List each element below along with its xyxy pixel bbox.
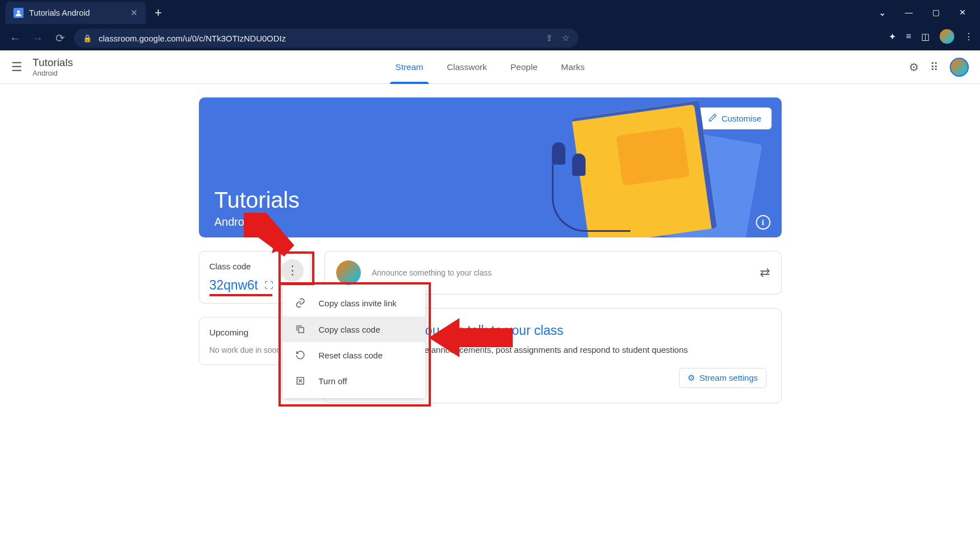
- reset-icon: [294, 350, 306, 360]
- banner-illustration: [541, 97, 742, 237]
- copy-icon: [294, 324, 306, 334]
- class-code-more-button[interactable]: ⋮: [281, 259, 304, 282]
- maximize-button[interactable]: ▢: [923, 3, 949, 21]
- reload-button[interactable]: ⟳: [52, 31, 68, 45]
- extensions-icon[interactable]: ✦: [889, 31, 896, 42]
- reading-list-icon[interactable]: ≡: [906, 31, 911, 41]
- class-banner: Customise Tutorials Android i: [199, 97, 782, 237]
- banner-subtitle: Android: [215, 216, 253, 228]
- link-icon: [294, 297, 306, 309]
- share-icon[interactable]: ⇪: [546, 33, 553, 43]
- banner-title: Tutorials: [215, 188, 300, 213]
- tab-bar: Tutorials Android ✕ +: [0, 0, 980, 26]
- nav-tabs: Stream Classwork People Marks: [396, 50, 585, 83]
- class-section: Android: [32, 69, 73, 77]
- tab-marks[interactable]: Marks: [561, 50, 584, 83]
- minimize-button[interactable]: —: [896, 3, 922, 21]
- reuse-post-icon[interactable]: ⇄: [760, 265, 770, 280]
- url-bar[interactable]: 🔒 classroom.google.com/u/0/c/NTk3OTIzNDU…: [74, 29, 578, 48]
- announce-avatar: [336, 260, 361, 285]
- address-row: ← → ⟳ 🔒 classroom.google.com/u/0/c/NTk3O…: [0, 26, 980, 50]
- tab-favicon: [13, 8, 24, 18]
- forward-button[interactable]: →: [29, 32, 46, 45]
- content-area: Customise Tutorials Android i Class code…: [0, 84, 980, 417]
- menu-turn-off[interactable]: Turn off: [283, 368, 425, 394]
- new-tab-button[interactable]: +: [155, 6, 162, 20]
- off-icon: [294, 376, 306, 386]
- tab-close-icon[interactable]: ✕: [131, 8, 138, 18]
- window-controls: ⌄ — ▢ ✕: [869, 3, 976, 21]
- main-menu-icon[interactable]: ☰: [11, 60, 22, 74]
- menu-item-label: Copy class invite link: [319, 298, 397, 308]
- tab-stream[interactable]: Stream: [396, 50, 424, 83]
- menu-reset-class-code[interactable]: Reset class code: [283, 342, 425, 368]
- apps-grid-icon[interactable]: ⠿: [930, 60, 939, 74]
- stream-settings-label: Stream settings: [699, 373, 758, 382]
- announce-placeholder: Announce something to your class: [372, 268, 749, 277]
- class-info[interactable]: Tutorials Android: [32, 57, 73, 77]
- gear-icon: ⚙: [688, 373, 695, 383]
- class-code-value: 32qnw6t: [210, 278, 258, 293]
- svg-rect-1: [299, 328, 304, 333]
- back-button[interactable]: ←: [7, 32, 24, 45]
- menu-item-label: Copy class code: [319, 325, 380, 334]
- menu-copy-invite-link[interactable]: Copy class invite link: [283, 290, 425, 316]
- settings-gear-icon[interactable]: ⚙: [909, 60, 919, 74]
- browser-menu-icon[interactable]: ⋮: [964, 31, 973, 42]
- profile-avatar[interactable]: [940, 29, 954, 44]
- info-icon[interactable]: i: [756, 215, 770, 230]
- bookmark-icon[interactable]: ☆: [562, 33, 569, 43]
- menu-item-label: Turn off: [319, 376, 347, 386]
- svg-point-0: [17, 11, 20, 13]
- app-header: ☰ Tutorials Android Stream Classwork Peo…: [0, 50, 980, 84]
- lock-icon: 🔒: [83, 34, 92, 43]
- tab-search-icon[interactable]: ⌄: [869, 3, 895, 21]
- close-window-button[interactable]: ✕: [950, 3, 976, 21]
- account-avatar[interactable]: [950, 58, 969, 77]
- stream-settings-button[interactable]: ⚙ Stream settings: [679, 368, 766, 388]
- menu-copy-class-code[interactable]: Copy class code: [283, 316, 425, 342]
- tab-title: Tutorials Android: [29, 8, 125, 17]
- menu-item-label: Reset class code: [319, 351, 383, 360]
- url-text: classroom.google.com/u/0/c/NTk3OTIzNDU0O…: [99, 34, 286, 43]
- class-name: Tutorials: [32, 57, 73, 69]
- annotation-underline: [210, 294, 272, 296]
- class-code-menu: Copy class invite link Copy class code R…: [283, 285, 425, 398]
- tab-classwork[interactable]: Classwork: [447, 50, 487, 83]
- browser-chrome: Tutorials Android ✕ + ⌄ — ▢ ✕ ← → ⟳ 🔒 cl…: [0, 0, 980, 50]
- browser-tab[interactable]: Tutorials Android ✕: [6, 2, 146, 24]
- side-panel-icon[interactable]: ◫: [921, 31, 930, 42]
- fullscreen-code-icon[interactable]: ⛶: [264, 281, 273, 291]
- tab-people[interactable]: People: [510, 50, 537, 83]
